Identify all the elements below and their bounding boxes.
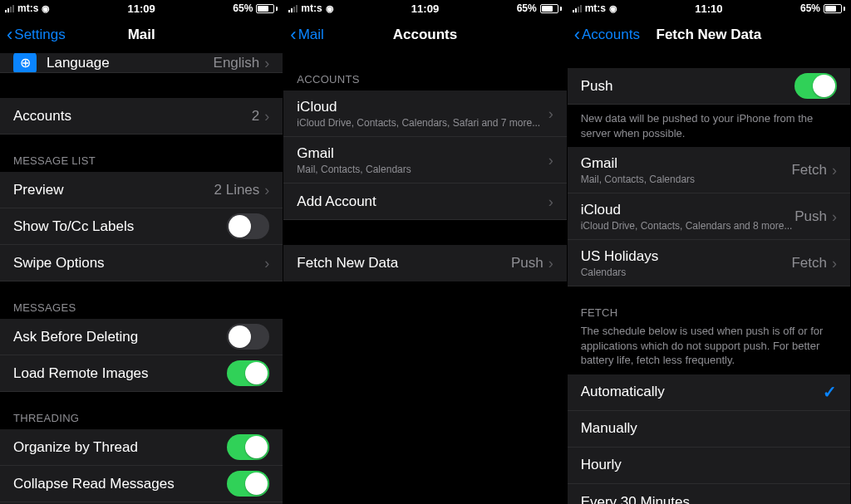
section-header-accounts: ACCOUNTS	[283, 53, 566, 91]
fetch-option-automatically[interactable]: Automatically ✓	[568, 374, 850, 411]
organize-by-thread-row[interactable]: Organize by Thread	[0, 429, 283, 466]
carrier-label: mt:s	[17, 2, 38, 14]
chevron-right-icon: ›	[264, 109, 269, 124]
push-footer: New data will be pushed to your iPhone f…	[568, 105, 850, 147]
nav-bar: ‹ Accounts Fetch New Data	[568, 17, 850, 53]
collapse-label: Collapse Read Messages	[13, 476, 175, 492]
clock: 11:09	[128, 2, 155, 15]
nav-bar: ‹ Mail Accounts	[283, 17, 566, 53]
collapse-read-row[interactable]: Collapse Read Messages	[0, 466, 283, 502]
section-header-messages: MESSAGES	[0, 281, 283, 319]
chevron-right-icon: ›	[832, 209, 837, 224]
load-remote-images-row[interactable]: Load Remote Images	[0, 355, 283, 392]
chevron-right-icon: ›	[832, 163, 837, 178]
nav-bar: ‹ Settings Mail	[0, 17, 283, 53]
push-row[interactable]: Push	[568, 68, 850, 105]
account-title: Gmail	[581, 155, 792, 172]
fetch-value: Push	[511, 255, 544, 272]
globe-icon: ⊕	[13, 53, 37, 73]
push-toggle[interactable]	[794, 73, 837, 99]
chevron-left-icon: ‹	[7, 26, 12, 44]
show-tocc-label: Show To/Cc Labels	[13, 218, 134, 235]
chevron-right-icon: ›	[548, 256, 553, 271]
accounts-row[interactable]: Accounts 2 ›	[0, 98, 283, 135]
fetch-option-manually[interactable]: Manually	[568, 411, 850, 448]
section-header-fetch: FETCH	[568, 286, 850, 324]
chevron-right-icon: ›	[548, 106, 553, 121]
account-subtitle: iCloud Drive, Contacts, Calendars and 8 …	[581, 220, 795, 232]
load-remote-toggle[interactable]	[227, 360, 269, 386]
back-button[interactable]: ‹ Mail	[290, 26, 324, 44]
signal-icon	[573, 4, 582, 12]
chevron-left-icon: ‹	[574, 26, 580, 44]
account-mode: Fetch	[791, 162, 827, 179]
back-label: Mail	[298, 27, 324, 43]
back-button[interactable]: ‹ Accounts	[574, 26, 640, 44]
fetch-new-data-row[interactable]: Fetch New Data Push ›	[283, 245, 566, 281]
battery-icon	[256, 4, 278, 13]
preview-row[interactable]: Preview 2 Lines ›	[0, 172, 283, 208]
account-mode: Push	[794, 208, 827, 225]
fetch-option-30min[interactable]: Every 30 Minutes	[568, 484, 850, 504]
show-tocc-toggle[interactable]	[227, 213, 269, 239]
swipe-options-row[interactable]: Swipe Options ›	[0, 245, 283, 281]
fetch-option-hourly[interactable]: Hourly	[568, 448, 850, 484]
account-title: Gmail	[297, 145, 548, 162]
account-row-gmail[interactable]: Gmail Mail, Contacts, Calendars ›	[283, 137, 566, 183]
chevron-right-icon: ›	[264, 56, 269, 71]
organize-toggle[interactable]	[227, 434, 269, 460]
status-bar: mt:s ◉ 11:09 65%	[283, 0, 566, 17]
page-title: Accounts	[393, 27, 457, 43]
clock: 11:09	[411, 2, 439, 15]
carrier-label: mt:s	[585, 2, 606, 14]
chevron-right-icon: ›	[264, 183, 269, 198]
add-account-row[interactable]: Add Account ›	[283, 183, 566, 220]
accounts-value: 2	[252, 108, 259, 125]
phone-mail-settings: mt:s ◉ 11:09 65% ‹ Settings Mail ⊕ Langu…	[0, 0, 283, 504]
signal-icon	[288, 4, 298, 12]
account-subtitle: iCloud Drive, Contacts, Calendars, Safar…	[297, 117, 548, 129]
ask-delete-toggle[interactable]	[227, 324, 269, 350]
push-label: Push	[581, 78, 613, 95]
section-header-message-list: MESSAGE LIST	[0, 135, 283, 172]
chevron-right-icon: ›	[264, 256, 269, 271]
phone-accounts: mt:s ◉ 11:09 65% ‹ Mail Accounts ACCOUNT…	[283, 0, 567, 504]
back-button[interactable]: ‹ Settings	[7, 26, 66, 44]
battery-percent: 65%	[800, 2, 820, 14]
show-tocc-row[interactable]: Show To/Cc Labels	[0, 208, 283, 245]
preview-value: 2 Lines	[214, 182, 260, 198]
option-label: Automatically	[581, 384, 665, 400]
fetch-account-usholidays[interactable]: US Holidays Calendars Fetch ›	[568, 240, 850, 286]
fetch-account-icloud[interactable]: iCloud iCloud Drive, Contacts, Calendars…	[568, 193, 850, 240]
battery-percent: 65%	[517, 2, 537, 14]
back-label: Settings	[14, 27, 65, 43]
section-header-threading: THREADING	[0, 392, 283, 429]
option-label: Every 30 Minutes	[581, 494, 690, 504]
checkmark-icon: ✓	[823, 382, 837, 402]
page-title: Fetch New Data	[657, 27, 762, 43]
language-row[interactable]: ⊕ Language English ›	[0, 53, 283, 73]
status-bar: mt:s ◉ 11:09 65%	[0, 0, 283, 17]
fetch-account-gmail[interactable]: Gmail Mail, Contacts, Calendars Fetch ›	[568, 147, 850, 193]
load-remote-label: Load Remote Images	[13, 365, 149, 382]
wifi-icon: ◉	[326, 3, 334, 14]
ask-delete-label: Ask Before Deleting	[13, 329, 138, 345]
back-label: Accounts	[582, 27, 640, 43]
option-label: Hourly	[581, 457, 622, 473]
battery-icon	[824, 4, 845, 13]
fetch-footer: The schedule below is used when push is …	[568, 324, 850, 374]
wifi-icon: ◉	[42, 3, 50, 14]
phone-fetch-new-data: mt:s ◉ 11:10 65% ‹ Accounts Fetch New Da…	[568, 0, 851, 504]
chevron-right-icon: ›	[832, 256, 837, 271]
add-account-label: Add Account	[297, 193, 376, 210]
account-title: iCloud	[581, 202, 795, 218]
account-title: US Holidays	[581, 248, 792, 265]
account-mode: Fetch	[791, 255, 827, 272]
account-row-icloud[interactable]: iCloud iCloud Drive, Contacts, Calendars…	[283, 91, 566, 137]
collapse-toggle[interactable]	[227, 471, 269, 497]
chevron-right-icon: ›	[548, 194, 553, 209]
fetch-label: Fetch New Data	[297, 255, 398, 272]
option-label: Manually	[581, 420, 637, 437]
ask-before-deleting-row[interactable]: Ask Before Deleting	[0, 319, 283, 355]
chevron-right-icon: ›	[548, 153, 553, 168]
